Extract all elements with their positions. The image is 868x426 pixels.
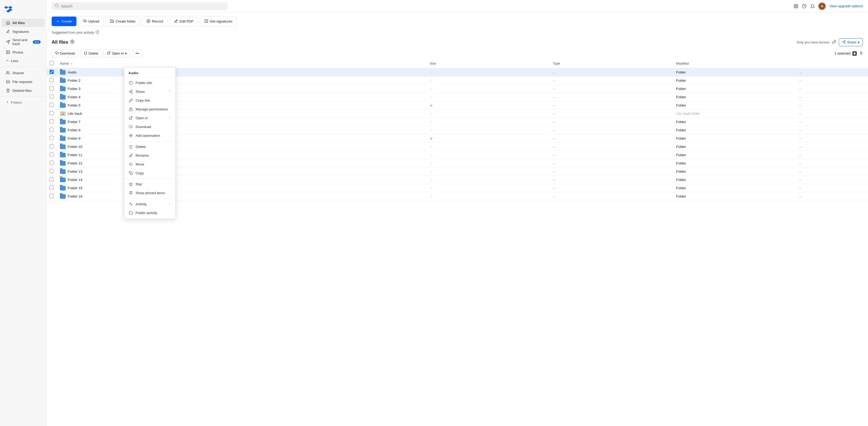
context-menu-item-copy[interactable]: Copy <box>124 169 176 177</box>
external-icon <box>128 116 133 120</box>
context-menu-item-label: Share <box>135 90 145 93</box>
context-menu-item-label: Activity <box>135 202 147 206</box>
context-menu-title: Audio <box>124 69 176 77</box>
context-menu-item-activity[interactable]: Activity <box>124 200 176 208</box>
context-menu-item-open-in[interactable]: Open in <box>124 113 176 122</box>
context-menu-divider <box>124 198 176 199</box>
context-menu-item-download[interactable]: Download <box>124 122 176 131</box>
link-icon <box>128 98 133 103</box>
move-icon <box>128 162 133 167</box>
context-menu-item-label: Folder activity <box>135 211 157 215</box>
svg-point-43 <box>131 92 132 93</box>
automation-icon <box>128 133 133 138</box>
context-menu-item-label: Rename <box>135 153 149 158</box>
context-menu-item-label: Add automation <box>135 134 160 138</box>
context-menu-item-label: Show pinned items <box>135 191 165 195</box>
folder-activity-icon <box>128 210 133 215</box>
star-icon <box>128 182 133 187</box>
context-menu-item-star[interactable]: Star <box>124 180 176 189</box>
context-menu-item-delete[interactable]: Delete <box>124 142 176 151</box>
context-menu-item-label: Copy link <box>135 98 150 102</box>
chevron-right-icon <box>168 202 171 206</box>
trash-icon <box>128 144 133 149</box>
context-menu-item-label: Manage permissions <box>135 107 168 111</box>
context-menu-item-label: Download <box>135 125 151 129</box>
svg-point-42 <box>129 91 130 92</box>
context-menu-item-folder-info[interactable]: Folder info <box>124 78 176 87</box>
svg-line-45 <box>130 91 131 91</box>
activity-icon <box>128 202 133 206</box>
pin-icon <box>128 191 133 195</box>
context-menu-item-show-pinned[interactable]: Show pinned items <box>124 189 176 197</box>
context-menu-item-label: Star <box>135 182 142 186</box>
context-menu-item-rename[interactable]: Rename <box>124 151 176 160</box>
edit-icon <box>128 153 133 158</box>
svg-rect-51 <box>130 172 132 174</box>
context-menu-item-add-automation[interactable]: Add automation <box>124 131 176 140</box>
copy-icon <box>128 171 133 175</box>
context-menu-item-manage-permissions[interactable]: Manage permissions <box>124 105 176 113</box>
lock-icon <box>128 107 133 111</box>
context-menu-item-folder-activity[interactable]: Folder activity <box>124 208 176 217</box>
svg-point-41 <box>131 90 132 91</box>
svg-marker-49 <box>129 134 132 137</box>
context-menu-divider <box>124 178 176 179</box>
context-menu-item-move[interactable]: Move <box>124 160 176 169</box>
context-menu-item-label: Move <box>135 162 144 166</box>
svg-rect-46 <box>129 109 132 111</box>
svg-marker-52 <box>129 182 132 186</box>
svg-line-44 <box>130 92 131 92</box>
svg-line-47 <box>130 116 132 118</box>
info-icon <box>128 80 133 85</box>
context-menu-item-copy-link[interactable]: Copy link <box>124 96 176 105</box>
context-menu-item-label: Folder info <box>135 81 152 85</box>
context-menu-item-share[interactable]: Share <box>124 87 176 96</box>
context-menu: Audio Folder infoShareCopy linkManage pe… <box>124 67 176 219</box>
context-menu-item-label: Open in <box>135 116 148 120</box>
download-icon <box>128 124 133 129</box>
context-menu-item-label: Delete <box>135 145 146 149</box>
share-icon <box>128 89 133 94</box>
context-menu-item-label: Copy <box>135 171 144 175</box>
chevron-right-icon <box>168 116 171 120</box>
chevron-right-icon <box>168 90 171 93</box>
